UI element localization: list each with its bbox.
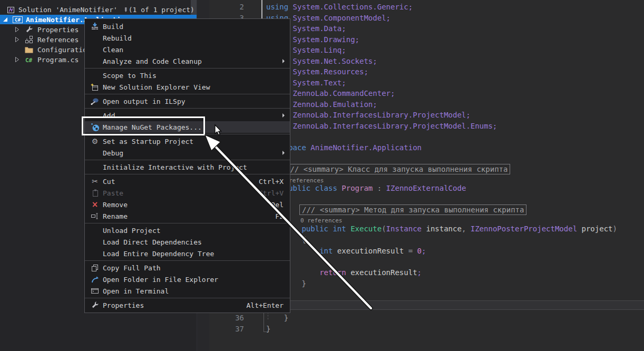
menu-item-label: Analyze and Code Cleanup — [102, 57, 282, 65]
menu-separator — [85, 108, 290, 109]
sidebar-item-label: Configuration — [37, 46, 91, 54]
menu-item-rebuild[interactable]: Rebuild — [85, 32, 290, 44]
doc-comment-text: /// <summary> Класс для запуска выполнен… — [283, 164, 510, 174]
menu-item-open-folder-in-file-explorer[interactable]: Open Folder in File Explorer — [85, 274, 290, 285]
menu-separator — [85, 174, 290, 174]
menu-item-label: Load Entire Dependency Tree — [102, 250, 286, 258]
modified-icon — [124, 7, 128, 13]
menu-item-label: Scope to This — [102, 72, 286, 80]
menu-item-open-output-in-ilspy[interactable]: Open output in ILSpy — [85, 95, 290, 107]
caret-expanded-icon[interactable] — [1, 17, 9, 22]
caret-collapsed-icon[interactable] — [13, 36, 21, 43]
menu-item-scope-to-this[interactable]: Scope to This — [85, 70, 290, 81]
menu-item-remove[interactable]: ×RemoveDel — [85, 199, 290, 210]
menu-item-open-in-terminal[interactable]: Open in Terminal — [85, 285, 290, 297]
menu-item-rename[interactable]: RenameF2 — [85, 210, 290, 222]
code-line: 37} — [209, 324, 644, 334]
wrench-icon — [88, 301, 102, 309]
menu-item-shortcut: Del — [271, 201, 286, 209]
menu-item-label: Rename — [102, 212, 275, 220]
menu-item-paste: PasteCtrl+V — [85, 187, 290, 199]
line-number: 37 — [209, 324, 244, 334]
code-text: using ZennoLab.InterfacesLibrary.Project… — [266, 121, 497, 131]
terminal-icon — [88, 287, 102, 295]
code-line: 36 } — [209, 313, 644, 323]
menu-item-label: Initialize Interactive with Project — [102, 163, 286, 171]
menu-item-cut[interactable]: ✂CutCtrl+X — [85, 175, 290, 187]
code-text: using ZennoLab.InterfacesLibrary.Project… — [266, 110, 471, 120]
doc-comment-text: /// <summary> Метод для запуска выполнен… — [299, 204, 526, 215]
sidebar-item-label: Properties — [37, 26, 79, 34]
submenu-arrow-icon — [282, 113, 285, 118]
menu-item-load-entire-dependency-tree[interactable]: Load Entire Dependency Tree — [85, 248, 290, 259]
build-icon — [88, 22, 102, 31]
menu-item-label: Load Direct Dependencies — [102, 238, 286, 246]
svg-text:C#: C# — [15, 17, 21, 23]
menu-item-label: Open Folder in File Explorer — [102, 276, 286, 284]
project-context-menu: BuildRebuildCleanAnalyze and Code Cleanu… — [84, 18, 290, 313]
menu-item-load-direct-dependencies[interactable]: Load Direct Dependencies — [85, 236, 290, 248]
code-line: 2using System.Collections.Generic; — [209, 2, 644, 12]
submenu-arrow-icon — [282, 59, 285, 63]
menu-item-analyze-and-code-cleanup[interactable]: Analyze and Code Cleanup — [85, 55, 290, 67]
menu-item-build[interactable]: Build — [85, 21, 290, 32]
csharp-project-icon: C# — [12, 16, 23, 23]
references-icon — [23, 36, 35, 43]
submenu-arrow-icon — [282, 151, 285, 155]
caret-collapsed-icon[interactable] — [13, 56, 21, 63]
folder-icon — [23, 46, 35, 53]
rename-icon — [88, 212, 102, 220]
gear-icon: ⚙ — [88, 138, 102, 145]
open-folder-icon — [88, 276, 102, 284]
vs-ide-window: { "chrome": { "top_ticks": [36, 110, 253… — [0, 0, 644, 351]
menu-separator — [85, 68, 290, 69]
menu-item-shortcut: Ctrl+X — [259, 178, 286, 186]
menu-item-label: Remove — [102, 201, 271, 209]
menu-item-label: Copy Full Path — [102, 264, 286, 272]
code-text: public int Execute(Instance instance, IZ… — [266, 223, 617, 234]
code-text: using System.Collections.Generic; — [266, 2, 413, 12]
menu-separator — [85, 160, 290, 160]
menu-separator — [85, 298, 290, 298]
new-view-icon — [88, 83, 102, 91]
code-text: public class Program : IZennoExternalCod… — [266, 183, 466, 193]
caret-collapsed-icon[interactable] — [13, 26, 21, 33]
menu-item-label: Paste — [102, 189, 259, 197]
menu-separator — [85, 223, 290, 223]
menu-item-label: New Solution Explorer View — [102, 83, 286, 91]
solution-icon — [7, 6, 15, 14]
menu-item-label: Open in Terminal — [102, 287, 286, 295]
remove-icon: × — [88, 201, 102, 208]
paste-icon — [88, 189, 102, 197]
menu-item-shortcut: Alt+Enter — [247, 301, 286, 309]
menu-item-label: Cut — [102, 178, 259, 186]
solution-title: Solution 'AnimeNotifier' — [18, 6, 122, 14]
menu-item-debug[interactable]: Debug — [85, 147, 290, 159]
menu-item-label: Unload Project — [102, 227, 286, 235]
menu-item-initialize-interactive-with-project[interactable]: Initialize Interactive with Project — [85, 161, 290, 173]
menu-item-label: Build — [102, 23, 286, 31]
menu-item-new-solution-explorer-view[interactable]: New Solution Explorer View — [85, 81, 290, 93]
menu-item-label: Rebuild — [102, 34, 286, 42]
menu-item-set-as-startup-project[interactable]: ⚙Set as Startup Project — [85, 135, 290, 147]
menu-item-label: Properties — [102, 301, 247, 309]
annotation-highlight-box — [82, 116, 205, 135]
copy-icon — [88, 264, 102, 272]
menu-item-shortcut: Ctrl+V — [259, 189, 286, 197]
wrench-icon — [23, 26, 35, 34]
menu-item-copy-full-path[interactable]: Copy Full Path — [85, 262, 290, 274]
menu-item-properties[interactable]: PropertiesAlt+Enter — [85, 299, 290, 311]
line-number: 2 — [209, 2, 244, 12]
line-number: 36 — [209, 313, 244, 323]
solution-title-row[interactable]: Solution 'AnimeNotifier' (1 of 1 project… — [0, 5, 203, 14]
menu-item-clean[interactable]: Clean — [85, 44, 290, 55]
svg-text:C#: C# — [25, 57, 33, 63]
menu-item-unload-project[interactable]: Unload Project — [85, 225, 290, 236]
menu-item-label: Debug — [102, 149, 282, 157]
ilspy-icon — [88, 97, 102, 105]
code-text: } — [266, 324, 270, 334]
menu-separator — [85, 260, 290, 261]
menu-item-label: Set as Startup Project — [102, 138, 286, 145]
menu-separator — [85, 94, 290, 94]
solution-title-suffix: (1 of 1 project) — [129, 6, 194, 14]
